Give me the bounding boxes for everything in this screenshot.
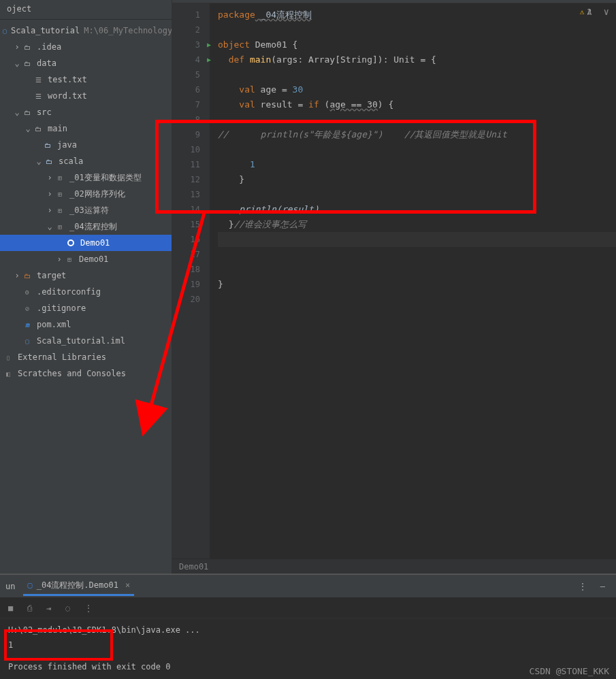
- chevron-right-icon: ›: [54, 254, 64, 264]
- tree-item-demo01[interactable]: ›⊞Demo01: [0, 251, 172, 267]
- breadcrumb[interactable]: Demo01: [172, 559, 616, 574]
- tree-file[interactable]: mpom.xml: [0, 316, 172, 333]
- tree-package[interactable]: ⌄⊞_04流程控制: [0, 218, 172, 235]
- tree-file[interactable]: ☰test.txt: [0, 71, 172, 88]
- run-tab-active[interactable]: ▢ _04流程控制.Demo01 ×: [23, 577, 134, 596]
- exit-icon[interactable]: ⇥: [46, 603, 56, 613]
- run-toolbar: ■ ⎙ ⇥ ◌ ⋮: [0, 598, 616, 618]
- tree-package[interactable]: ›⊞_01变量和数据类型: [0, 169, 172, 186]
- more-icon[interactable]: ⋮: [579, 582, 587, 591]
- object-icon: [65, 237, 76, 248]
- folder-icon: 🗀: [22, 42, 33, 52]
- source-folder-icon: 🗀: [42, 139, 53, 150]
- folder-icon: 🗀: [22, 58, 33, 69]
- tree-package[interactable]: ›⊞_02网络序列化: [0, 186, 172, 202]
- tree-file[interactable]: ▢Scala_tutorial.iml: [0, 333, 172, 349]
- editor-gutter[interactable]: 1234 5678 9101112 13141516 17181920: [172, 3, 210, 559]
- tree-item-demo01-current[interactable]: Demo01: [0, 235, 172, 251]
- tree-path: M:\06_MyTechnology\: [84, 26, 172, 35]
- file-icon: ☰: [33, 90, 44, 101]
- target-folder-icon: 🗀: [22, 270, 33, 281]
- minimize-icon[interactable]: —: [600, 582, 605, 591]
- maven-icon: m: [22, 319, 33, 330]
- chevron-right-icon: ›: [12, 271, 22, 280]
- chevron-right-icon: ›: [45, 173, 54, 182]
- screenshot-icon[interactable]: ⎙: [27, 603, 37, 613]
- tree-file[interactable]: ⊘.gitignore: [0, 300, 172, 316]
- chevron-down-icon: ⌄: [45, 222, 54, 231]
- package-icon: ⊞: [54, 221, 65, 232]
- libraries-icon: ▯: [3, 352, 14, 363]
- output-line: H:\02_module\18_SDK1.8\bin\java.exe ...: [8, 623, 608, 637]
- run-toolwindow-label[interactable]: un: [5, 582, 15, 591]
- folder-icon: 🗀: [33, 123, 44, 134]
- tree-scratches[interactable]: ◧Scratches and Consoles: [0, 365, 172, 382]
- chevron-right-icon: ›: [45, 205, 54, 215]
- module-icon: ▢: [22, 335, 33, 346]
- tree-project-root[interactable]: ▢ Scala_tutorial M:\06_MyTechnology\: [0, 22, 172, 39]
- tree-package[interactable]: ›⊞_03运算符: [0, 202, 172, 218]
- run-panel: un ▢ _04流程控制.Demo01 × ⋮ — ■ ⎙ ⇥ ◌ ⋮ H:\0…: [0, 574, 616, 679]
- gear-icon: ⚙: [22, 286, 33, 297]
- package-icon: ⊞: [54, 205, 65, 216]
- warning-icon: ⚠: [580, 7, 585, 16]
- tree-folder-scala[interactable]: ⌄🗀scala: [0, 153, 172, 169]
- close-icon[interactable]: ×: [125, 580, 130, 590]
- package-icon: ⊞: [54, 188, 65, 199]
- restart-icon[interactable]: ◌: [65, 603, 75, 613]
- tree-file[interactable]: ☰word.txt: [0, 88, 172, 104]
- output-line: 1: [8, 637, 608, 652]
- nav-arrows[interactable]: ∧ ∨: [587, 6, 612, 17]
- project-header: oject: [0, 0, 172, 20]
- project-tree[interactable]: ▢ Scala_tutorial M:\06_MyTechnology\ ›🗀.…: [0, 20, 172, 382]
- more-icon[interactable]: ⋮: [84, 603, 94, 613]
- watermark: CSDN @STONE_KKK: [530, 666, 609, 676]
- package-icon: ⊞: [54, 172, 65, 183]
- chevron-down-icon: ⌄: [34, 156, 44, 166]
- output-line: Process finished with exit code 0: [8, 659, 608, 674]
- chevron-down-icon: ⌄: [12, 59, 22, 68]
- tree-folder-idea[interactable]: ›🗀.idea: [0, 39, 172, 55]
- tree-external-libraries[interactable]: ▯External Libraries: [0, 349, 172, 365]
- run-config-icon: ▢: [27, 580, 32, 590]
- source-folder-icon: 🗀: [44, 156, 54, 167]
- tree-file[interactable]: ⚙.editorconfig: [0, 284, 172, 300]
- editor-area: 1234 5678 9101112 13141516 17181920 pack…: [172, 0, 616, 574]
- tree-label: Scala_tutorial: [11, 26, 80, 35]
- run-output[interactable]: H:\02_module\18_SDK1.8\bin\java.exe ... …: [0, 618, 616, 678]
- tree-folder-java[interactable]: 🗀java: [0, 137, 172, 153]
- scratches-icon: ◧: [3, 368, 14, 379]
- chevron-right-icon: ›: [12, 42, 22, 52]
- tree-folder-src[interactable]: ⌄🗀src: [0, 104, 172, 120]
- chevron-down-icon: ⌄: [12, 107, 22, 117]
- file-icon: ☰: [33, 74, 44, 85]
- tree-folder-main[interactable]: ⌄🗀main: [0, 120, 172, 137]
- tree-folder-target[interactable]: ›🗀target: [0, 267, 172, 284]
- chevron-down-icon: ⌄: [23, 124, 33, 133]
- chevron-right-icon: ›: [45, 189, 54, 199]
- folder-icon: 🗀: [22, 107, 33, 118]
- module-icon: ▢: [3, 25, 7, 36]
- code-editor[interactable]: package _04流程控制 object Demo01 { def main…: [210, 3, 616, 559]
- tree-folder-data[interactable]: ⌄🗀data: [0, 55, 172, 71]
- gitignore-icon: ⊘: [22, 303, 33, 314]
- package-icon: ⊞: [64, 254, 75, 265]
- stop-button[interactable]: ■: [8, 603, 18, 613]
